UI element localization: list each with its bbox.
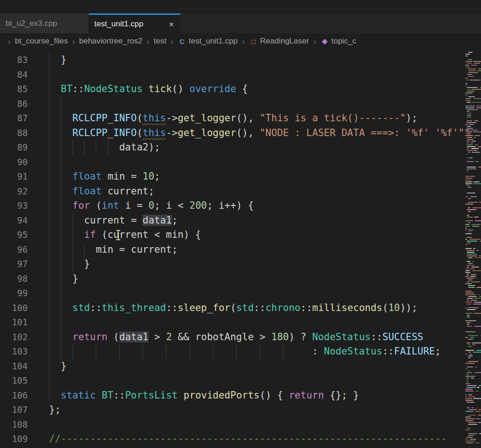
- breadcrumb-item-test_unit1[interactable]: C test_unit1.cpp: [178, 37, 238, 46]
- code-editor[interactable]: 83 }8485 BT::NodeStatus tick() override …: [0, 49, 481, 448]
- code-line[interactable]: 103 : NodeStatus::FAILURE;: [0, 344, 481, 359]
- minimap-line: [465, 400, 473, 401]
- code-line[interactable]: 84: [0, 68, 481, 82]
- code-line[interactable]: 94 current = data1;: [0, 213, 481, 228]
- minimap-line: [467, 148, 469, 149]
- code-line[interactable]: 99: [0, 286, 481, 301]
- minimap-line: [467, 128, 473, 129]
- minimap-line: [467, 252, 475, 253]
- code-line[interactable]: 96 min = current;: [0, 243, 481, 257]
- cpp-file-icon: C: [178, 37, 186, 45]
- code-line[interactable]: 101: [0, 315, 481, 330]
- minimap-line: [465, 78, 468, 79]
- minimap-line: [471, 89, 481, 90]
- line-number: 102: [0, 330, 28, 345]
- minimap-line: [474, 302, 481, 303]
- code-line[interactable]: 87 RCLCPP_INFO(this->get_logger(), "This…: [0, 111, 481, 126]
- minimap-line: [479, 385, 481, 386]
- minimap-line: [465, 67, 470, 68]
- breadcrumb-item-topic[interactable]: ◆ topic_c: [320, 37, 356, 46]
- code-line[interactable]: 89 data2);: [0, 140, 481, 155]
- line-number: 96: [0, 243, 28, 257]
- minimap-line: [468, 435, 474, 436]
- breadcrumb-label: bt_course_files: [15, 37, 68, 46]
- code-area: 83 }8485 BT::NodeStatus tick() override …: [0, 53, 481, 447]
- code-line[interactable]: 86: [0, 97, 481, 112]
- line-number: 89: [0, 140, 28, 155]
- minimap[interactable]: [465, 49, 481, 448]
- line-number: 92: [0, 184, 28, 199]
- code-line[interactable]: 106 static BT::PortsList providedPorts()…: [0, 388, 481, 403]
- minimap-line: [478, 415, 481, 416]
- minimap-line: [467, 157, 468, 158]
- minimap-line: [467, 209, 476, 210]
- code-line[interactable]: 108: [0, 417, 481, 432]
- code-line[interactable]: 95 if (current < min) {: [0, 228, 481, 243]
- tab-test_unit1[interactable]: test_unit1.cpp ×: [89, 13, 180, 33]
- line-number: 108: [0, 417, 28, 432]
- code-line[interactable]: 92 float current;: [0, 184, 481, 199]
- indent-guide: [49, 315, 49, 330]
- code-line[interactable]: 105: [0, 373, 481, 388]
- minimap-line: [468, 357, 471, 358]
- code-line[interactable]: 93 for (int i = 0; i < 200; i++) {: [0, 199, 481, 213]
- minimap-line: [471, 378, 474, 379]
- minimap-line: [465, 389, 473, 390]
- minimap-line: [478, 422, 481, 423]
- code-line[interactable]: 97 }: [0, 257, 481, 272]
- close-icon[interactable]: ×: [168, 20, 175, 29]
- code-line[interactable]: 100 std::this_thread::sleep_for(std::chr…: [0, 301, 481, 316]
- minimap-line: [467, 298, 473, 299]
- minimap-line: [467, 315, 470, 316]
- minimap-line: [467, 402, 475, 403]
- minimap-line: [467, 385, 477, 386]
- minimap-line: [472, 102, 481, 103]
- code-line[interactable]: 88 RCLCPP_INFO(this->get_logger(), "NODE…: [0, 126, 481, 141]
- minimap-line: [477, 250, 479, 251]
- line-number: 91: [0, 169, 28, 184]
- code-line[interactable]: 83 }: [0, 53, 481, 68]
- minimap-line: [469, 124, 474, 125]
- minimap-line: [467, 322, 471, 323]
- code-line[interactable]: 85 BT::NodeStatus tick() override {: [0, 82, 481, 97]
- minimap-line: [465, 228, 467, 229]
- indent-guide: [49, 155, 49, 170]
- code-line[interactable]: 102 return (data1 > 2 && robotAngle > 18…: [0, 330, 481, 345]
- code-line[interactable]: 107};: [0, 403, 481, 417]
- breadcrumb-item-test[interactable]: test: [154, 37, 166, 46]
- minimap-line: [465, 131, 472, 132]
- minimap-line: [472, 226, 479, 227]
- minimap-line: [465, 396, 467, 397]
- line-number: 104: [0, 359, 28, 374]
- line-number: 90: [0, 155, 28, 170]
- minimap-line: [465, 135, 473, 136]
- minimap-line: [465, 196, 468, 197]
- minimap-line: [468, 257, 473, 258]
- code-line[interactable]: 91 float min = 10;: [0, 169, 481, 184]
- code-line[interactable]: 109//-----------------------------------…: [0, 432, 481, 447]
- minimap-line: [467, 378, 469, 379]
- code-text: data2);: [49, 140, 160, 155]
- code-text: RCLCPP_INFO(this->get_logger(), "This is…: [49, 111, 418, 126]
- minimap-line: [465, 398, 472, 399]
- minimap-line: [475, 144, 478, 145]
- code-line[interactable]: 98 }: [0, 272, 481, 286]
- breadcrumb-item-behaviortree_ros2[interactable]: behaviortree_ros2: [79, 37, 142, 46]
- indent-guide: [49, 373, 49, 388]
- minimap-line: [468, 113, 471, 114]
- line-number: 100: [0, 301, 28, 316]
- minimap-line: [473, 131, 481, 132]
- tab-bt_u2_ex3[interactable]: bt_u2_ex3.cpp: [0, 13, 89, 33]
- code-line[interactable]: 90: [0, 155, 481, 170]
- code-line[interactable]: 104 }: [0, 359, 481, 374]
- minimap-line: [465, 107, 475, 108]
- minimap-line: [465, 54, 470, 55]
- minimap-line: [465, 94, 468, 95]
- minimap-line: [465, 230, 467, 230]
- breadcrumb-item-readinglaser[interactable]: □ ReadingLaser: [249, 37, 309, 46]
- breadcrumb-item-bt_course_files[interactable]: bt_course_files: [15, 37, 68, 46]
- line-number: 107: [0, 403, 28, 417]
- minimap-line: [467, 250, 475, 251]
- minimap-line: [465, 272, 470, 273]
- minimap-line: [467, 144, 473, 145]
